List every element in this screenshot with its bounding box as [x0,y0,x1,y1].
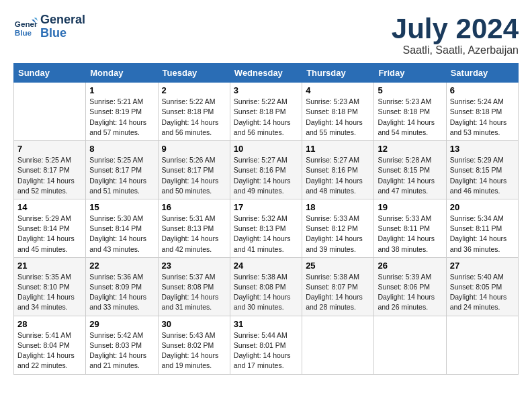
day-number: 8 [89,144,154,154]
day-number: 2 [162,85,226,95]
day-number: 10 [234,144,298,154]
day-number: 22 [89,261,154,271]
day-number: 26 [378,261,442,271]
day-number: 18 [306,202,370,212]
day-number: 12 [378,144,442,154]
day-number: 19 [378,202,442,212]
calendar-subtitle: Saatli, Saatli, Azerbaijan [392,44,519,56]
week-row-2: 7Sunrise: 5:25 AMSunset: 8:17 PMDaylight… [14,141,519,199]
day-cell: 3Sunrise: 5:22 AMSunset: 8:18 PMDaylight… [230,83,302,141]
day-number: 4 [306,85,370,95]
day-cell: 23Sunrise: 5:37 AMSunset: 8:08 PMDayligh… [158,257,230,316]
day-info: Sunrise: 5:26 AMSunset: 8:17 PMDaylight:… [162,155,226,196]
header-tuesday: Tuesday [158,64,230,83]
day-cell: 1Sunrise: 5:21 AMSunset: 8:19 PMDaylight… [86,83,158,141]
logo-text-line1: General [40,13,85,27]
week-row-1: 1Sunrise: 5:21 AMSunset: 8:19 PMDaylight… [14,83,519,141]
day-cell: 18Sunrise: 5:33 AMSunset: 8:12 PMDayligh… [302,199,374,257]
day-cell [302,316,374,374]
header-wednesday: Wednesday [230,64,302,83]
day-number: 23 [162,261,226,271]
calendar-header-row: SundayMondayTuesdayWednesdayThursdayFrid… [14,64,519,83]
day-number: 24 [234,261,298,271]
day-number: 1 [89,85,154,95]
day-info: Sunrise: 5:29 AMSunset: 8:14 PMDaylight:… [17,214,82,255]
day-cell: 4Sunrise: 5:23 AMSunset: 8:18 PMDaylight… [302,83,374,141]
logo-icon: General Blue [13,15,38,39]
title-block: July 2024 Saatli, Saatli, Azerbaijan [392,13,519,56]
day-cell: 15Sunrise: 5:30 AMSunset: 8:14 PMDayligh… [86,199,158,257]
day-number: 16 [162,202,226,212]
day-cell: 17Sunrise: 5:32 AMSunset: 8:13 PMDayligh… [230,199,302,257]
day-number: 21 [17,261,82,271]
day-cell: 14Sunrise: 5:29 AMSunset: 8:14 PMDayligh… [14,199,86,257]
day-number: 20 [450,202,515,212]
day-number: 11 [306,144,370,154]
day-cell: 24Sunrise: 5:38 AMSunset: 8:08 PMDayligh… [230,257,302,316]
day-cell [374,316,446,374]
day-info: Sunrise: 5:27 AMSunset: 8:16 PMDaylight:… [234,155,298,196]
day-info: Sunrise: 5:40 AMSunset: 8:05 PMDaylight:… [450,272,515,313]
day-info: Sunrise: 5:33 AMSunset: 8:11 PMDaylight:… [378,214,442,255]
day-info: Sunrise: 5:35 AMSunset: 8:10 PMDaylight:… [17,272,82,313]
calendar-title: July 2024 [392,13,519,44]
day-cell: 30Sunrise: 5:43 AMSunset: 8:02 PMDayligh… [158,316,230,374]
day-cell: 6Sunrise: 5:24 AMSunset: 8:18 PMDaylight… [446,83,518,141]
day-cell: 11Sunrise: 5:27 AMSunset: 8:16 PMDayligh… [302,141,374,199]
day-cell: 19Sunrise: 5:33 AMSunset: 8:11 PMDayligh… [374,199,446,257]
logo-text-line2: Blue [40,27,85,40]
day-info: Sunrise: 5:31 AMSunset: 8:13 PMDaylight:… [162,214,226,255]
day-cell: 8Sunrise: 5:25 AMSunset: 8:17 PMDaylight… [86,141,158,199]
header-saturday: Saturday [446,64,518,83]
day-cell [446,316,518,374]
day-number: 3 [234,85,298,95]
day-info: Sunrise: 5:39 AMSunset: 8:06 PMDaylight:… [378,272,442,313]
week-row-4: 21Sunrise: 5:35 AMSunset: 8:10 PMDayligh… [14,257,519,316]
header-sunday: Sunday [14,64,86,83]
day-info: Sunrise: 5:43 AMSunset: 8:02 PMDaylight:… [162,330,226,371]
week-row-3: 14Sunrise: 5:29 AMSunset: 8:14 PMDayligh… [14,199,519,257]
day-cell: 20Sunrise: 5:34 AMSunset: 8:11 PMDayligh… [446,199,518,257]
day-cell: 2Sunrise: 5:22 AMSunset: 8:18 PMDaylight… [158,83,230,141]
day-number: 17 [234,202,298,212]
logo: General Blue General Blue [13,13,85,40]
day-info: Sunrise: 5:29 AMSunset: 8:15 PMDaylight:… [450,155,515,196]
day-cell: 5Sunrise: 5:23 AMSunset: 8:18 PMDaylight… [374,83,446,141]
day-cell: 10Sunrise: 5:27 AMSunset: 8:16 PMDayligh… [230,141,302,199]
day-cell: 7Sunrise: 5:25 AMSunset: 8:17 PMDaylight… [14,141,86,199]
day-info: Sunrise: 5:27 AMSunset: 8:16 PMDaylight:… [306,155,370,196]
day-info: Sunrise: 5:23 AMSunset: 8:18 PMDaylight:… [378,97,442,138]
day-cell: 28Sunrise: 5:41 AMSunset: 8:04 PMDayligh… [14,316,86,374]
day-info: Sunrise: 5:33 AMSunset: 8:12 PMDaylight:… [306,214,370,255]
day-info: Sunrise: 5:24 AMSunset: 8:18 PMDaylight:… [450,97,515,138]
day-info: Sunrise: 5:32 AMSunset: 8:13 PMDaylight:… [234,214,298,255]
day-info: Sunrise: 5:21 AMSunset: 8:19 PMDaylight:… [89,97,154,138]
day-number: 14 [17,202,82,212]
day-cell [14,83,86,141]
day-number: 30 [162,319,226,329]
day-info: Sunrise: 5:23 AMSunset: 8:18 PMDaylight:… [306,97,370,138]
day-number: 25 [306,261,370,271]
day-info: Sunrise: 5:42 AMSunset: 8:03 PMDaylight:… [89,330,154,371]
day-info: Sunrise: 5:36 AMSunset: 8:09 PMDaylight:… [89,272,154,313]
week-row-5: 28Sunrise: 5:41 AMSunset: 8:04 PMDayligh… [14,316,519,374]
day-number: 15 [89,202,154,212]
day-cell: 16Sunrise: 5:31 AMSunset: 8:13 PMDayligh… [158,199,230,257]
day-cell: 25Sunrise: 5:38 AMSunset: 8:07 PMDayligh… [302,257,374,316]
day-number: 13 [450,144,515,154]
header-monday: Monday [86,64,158,83]
day-cell: 9Sunrise: 5:26 AMSunset: 8:17 PMDaylight… [158,141,230,199]
svg-text:Blue: Blue [15,28,32,36]
day-number: 31 [234,319,298,329]
day-cell: 29Sunrise: 5:42 AMSunset: 8:03 PMDayligh… [86,316,158,374]
day-cell: 26Sunrise: 5:39 AMSunset: 8:06 PMDayligh… [374,257,446,316]
day-info: Sunrise: 5:30 AMSunset: 8:14 PMDaylight:… [89,214,154,255]
day-number: 27 [450,261,515,271]
day-number: 5 [378,85,442,95]
day-number: 28 [17,319,82,329]
day-info: Sunrise: 5:41 AMSunset: 8:04 PMDaylight:… [17,330,82,371]
day-cell: 27Sunrise: 5:40 AMSunset: 8:05 PMDayligh… [446,257,518,316]
header-thursday: Thursday [302,64,374,83]
day-number: 7 [17,144,82,154]
day-info: Sunrise: 5:22 AMSunset: 8:18 PMDaylight:… [234,97,298,138]
